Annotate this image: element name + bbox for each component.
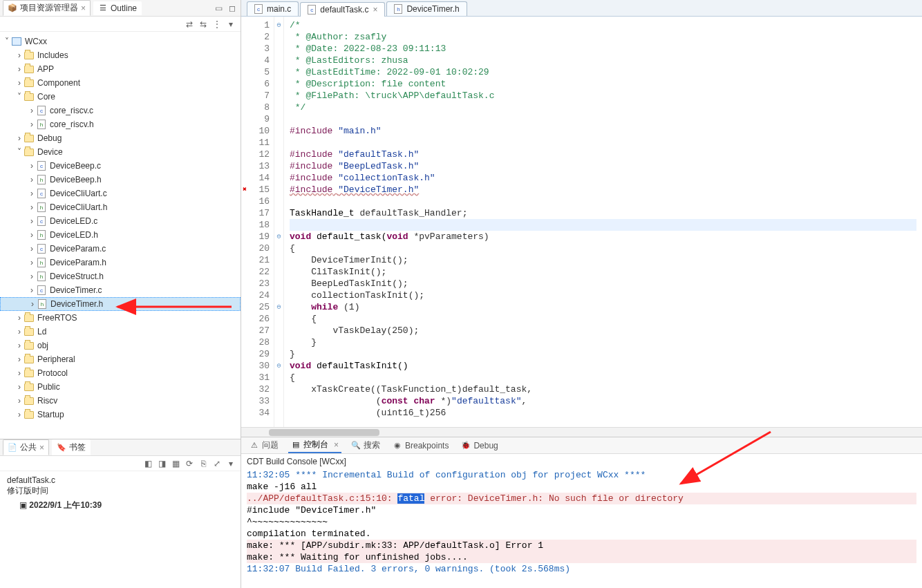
tab-search[interactable]: 🔍搜索 — [348, 438, 383, 453]
tree-item[interactable]: ›hDeviceLED.h — [0, 228, 241, 242]
tree-project-root[interactable]: ˅WCxx — [0, 35, 241, 48]
tool4-icon[interactable]: ⟳ — [184, 458, 195, 469]
console-error-line: ../APP/defaultTask.c:15:10: fatal error:… — [247, 493, 916, 504]
warn-icon: ⚠ — [250, 441, 259, 451]
tab-bookmarks-label: 书签 — [69, 442, 86, 453]
tree-item[interactable]: ›ccore_riscv.c — [0, 104, 241, 117]
console-line: make -j16 all — [247, 481, 916, 493]
close-icon[interactable]: × — [39, 443, 44, 453]
tree-item[interactable]: ˅Core — [0, 90, 241, 104]
project-explorer: 📦 项目资源管理器 × ☰ Outline ▭ ◻ ⇄ ⇆ ⋮ ▾ ˅WCxx›… — [0, 0, 241, 439]
close-icon[interactable]: × — [334, 440, 339, 450]
console-panel: ⚠问题 ▤控制台× 🔍搜索 ◉Breakpoints 🐞Debug CDT Bu… — [241, 437, 922, 588]
tab-label: 项目资源管理器 — [20, 2, 78, 14]
tab-outline-label: Outline — [111, 3, 137, 13]
filters-icon[interactable]: ⋮ — [211, 19, 223, 30]
editor-tab[interactable]: hDeviceTimer.h — [386, 1, 467, 16]
tab-debug[interactable]: 🐞Debug — [458, 439, 500, 452]
tab-breakpoints[interactable]: ◉Breakpoints — [390, 439, 451, 452]
code-editor[interactable]: 1234567891011121314151617181920212223242… — [241, 17, 922, 427]
tree-item[interactable]: ›Peripheral — [0, 352, 241, 366]
tool7-icon[interactable]: ▾ — [225, 458, 236, 469]
tree-item[interactable]: ›hDeviceParam.h — [0, 256, 241, 269]
tree-item[interactable]: ›Riscv — [0, 394, 241, 408]
console-line: #include "DeviceTimer.h" — [247, 504, 916, 516]
props-mod-value: 2022/9/1 上午10:39 — [29, 500, 102, 510]
tab-bookmarks[interactable]: 🔖 书签 — [52, 439, 91, 455]
tree-item[interactable]: ›FreeRTOS — [0, 311, 241, 325]
tree-item[interactable]: ›Public — [0, 380, 241, 394]
tool6-icon[interactable]: ⤢ — [211, 458, 223, 469]
search-icon: 🔍 — [351, 441, 361, 451]
tree-item[interactable]: ›hDeviceBeep.h — [0, 173, 241, 187]
console-icon: ▤ — [291, 440, 301, 450]
collapse-all-icon[interactable]: ⇄ — [184, 19, 195, 30]
file-tree[interactable]: ˅WCxx›Includes›APP›Component˅Core›ccore_… — [0, 32, 241, 439]
minimize-icon[interactable]: ▭ — [213, 3, 224, 14]
props-file: defaultTask.c — [7, 475, 234, 485]
tool2-icon[interactable]: ◨ — [156, 458, 167, 469]
tree-item[interactable]: ›cDeviceParam.c — [0, 242, 241, 256]
close-icon[interactable]: × — [373, 5, 377, 15]
console-line: 11:32:07 Build Failed. 3 errors, 0 warni… — [247, 563, 916, 575]
tree-item[interactable]: ›Protocol — [0, 366, 241, 380]
link-editor-icon[interactable]: ⇆ — [198, 19, 209, 30]
tab-console[interactable]: ▤控制台× — [288, 437, 341, 453]
tree-item[interactable]: ›cDeviceTimer.c — [0, 283, 241, 297]
editor-hscroll[interactable] — [241, 427, 922, 437]
tree-item[interactable]: ›obj — [0, 339, 241, 352]
console-line: make: *** Waiting for unfinished jobs...… — [247, 551, 916, 563]
calendar-icon: ▣ — [19, 500, 27, 510]
console-line: compilation terminated. — [247, 528, 916, 540]
tree-item[interactable]: ›Includes — [0, 48, 241, 62]
tree-item[interactable]: ›cDeviceBeep.c — [0, 159, 241, 173]
tab-public-label: 公共 — [20, 442, 37, 453]
tree-item[interactable]: ›hcore_riscv.h — [0, 117, 241, 131]
editor-tabbar: cmain.ccdefaultTask.c×hDeviceTimer.h — [241, 0, 922, 17]
tab-problems[interactable]: ⚠问题 — [247, 438, 281, 453]
tree-item[interactable]: ›hDeviceTimer.h — [0, 297, 241, 311]
tree-item[interactable]: ˅Device — [0, 145, 241, 159]
tree-item[interactable]: ›Debug — [0, 131, 241, 145]
console-title: CDT Build Console [WCxx] — [241, 454, 922, 469]
console-line: ^~~~~~~~~~~~~~~ — [247, 516, 916, 528]
close-icon[interactable]: × — [81, 3, 86, 13]
console-line: 11:32:05 **** Incremental Build of confi… — [247, 469, 916, 481]
bug-icon: 🐞 — [461, 441, 471, 451]
props-mod-label: 修订版时间 — [7, 485, 234, 497]
tree-item[interactable]: ›Startup — [0, 408, 241, 421]
tree-item[interactable]: ›hDeviceCliUart.h — [0, 200, 241, 214]
bookmark-icon: 🔖 — [57, 443, 66, 453]
tool3-icon[interactable]: ▦ — [170, 458, 181, 469]
console-line: make: *** [APP/subdir.mk:33: APP/default… — [247, 540, 916, 551]
tree-item[interactable]: ›hDeviceStruct.h — [0, 269, 241, 283]
doc-icon: 📄 — [8, 443, 17, 453]
outline-icon: ☰ — [98, 3, 108, 13]
fold-bar[interactable]: ⊖⊖⊖⊖ — [274, 17, 284, 427]
editor-tab[interactable]: cdefaultTask.c× — [300, 2, 385, 17]
menu-icon[interactable]: ▾ — [225, 19, 236, 30]
tree-item[interactable]: ›Ld — [0, 325, 241, 339]
tool1-icon[interactable]: ◧ — [142, 458, 153, 469]
breakpoint-icon: ◉ — [393, 441, 402, 451]
tree-item[interactable]: ›cDeviceLED.c — [0, 214, 241, 228]
tab-outline[interactable]: ☰ Outline — [93, 1, 142, 15]
maximize-icon[interactable]: ◻ — [227, 3, 238, 14]
line-gutter: 1234567891011121314151617181920212223242… — [241, 17, 274, 427]
tab-project-explorer[interactable]: 📦 项目资源管理器 × — [3, 0, 91, 16]
editor-tab[interactable]: cmain.c — [247, 1, 299, 16]
console-output[interactable]: 11:32:05 **** Incremental Build of confi… — [241, 469, 922, 588]
tree-item[interactable]: ›APP — [0, 62, 241, 76]
tab-public[interactable]: 📄 公共 × — [3, 439, 49, 455]
package-icon: 📦 — [8, 3, 17, 13]
code-area[interactable]: /* * @Author: zsafly * @Date: 2022-08-23… — [284, 17, 922, 427]
tree-item[interactable]: ›cDeviceCliUart.c — [0, 187, 241, 200]
tool5-icon[interactable]: ⎘ — [198, 458, 209, 469]
tree-item[interactable]: ›Component — [0, 76, 241, 90]
properties-panel: 📄 公共 × 🔖 书签 ◧ ◨ ▦ ⟳ ⎘ ⤢ ▾ defa — [0, 439, 241, 588]
